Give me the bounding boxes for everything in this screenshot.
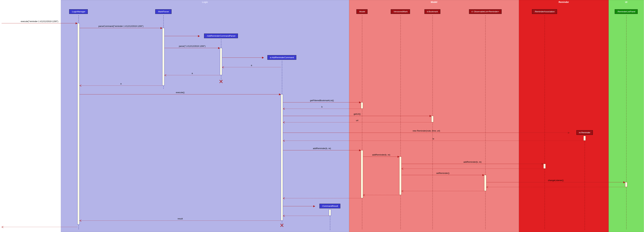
lifeline-bookmark (432, 15, 433, 229)
region-reminder-title: Reminder (519, 0, 608, 4)
lifeline-observablelist (485, 15, 486, 229)
msg-ret-a2: a (164, 75, 220, 75)
msg-execute: execute() (80, 94, 281, 95)
msg-getfiltered: getFilteredBookmarkList() (283, 102, 361, 103)
activation-markparser (162, 28, 164, 86)
msg-setreminder: setReminder() (402, 175, 484, 175)
activation-arcp (220, 48, 222, 75)
participant-observablelist: rl: ObservableList<Reminder> (469, 9, 502, 14)
region-model-title: Model (349, 0, 519, 4)
activation-logicmanager (77, 23, 80, 225)
msg-addreminder2-label: addReminder(b, re) (372, 154, 390, 156)
participant-reminderassoc: :ReminderAssociation (532, 9, 557, 14)
region-model: Model (349, 0, 519, 232)
participant-commandresult: :CommandResult (320, 204, 340, 208)
msg-getfiltered-label: getFilteredBookmarkList() (310, 99, 334, 102)
msg-ret-a1-label: a (251, 64, 252, 66)
participant-rereminder: re:Reminder (576, 130, 593, 135)
msg-addreminder1-label: addReminder(b, re) (313, 147, 331, 150)
msg-parsecommand-label: parseCommand("reminder 1 t/12/12/2019 12… (98, 25, 144, 27)
region-ui-title: UI (609, 0, 644, 4)
participant-arcp: :AddReminderCommandParser (204, 34, 238, 38)
msg-addreminder1: addReminder(b, re) (283, 150, 361, 150)
activation-reminderassoc (544, 164, 546, 169)
lifeline-rlp (626, 15, 626, 229)
msg-ret-vm (363, 195, 399, 195)
activation-rlp (625, 182, 627, 187)
msg-ret-re-label: re (432, 137, 434, 140)
participant-bookmark: b:Bookmark (424, 9, 440, 14)
msg-ret-a1: a (222, 67, 281, 67)
msg-newreminder-label: new Reminder(note, time, url) (412, 129, 440, 132)
msg-ret-url: url (283, 122, 431, 122)
msg-create-cr (283, 206, 315, 206)
participant-model: :Model (356, 9, 368, 14)
activation-model-2 (361, 150, 363, 198)
msg-create-arcp (164, 36, 200, 36)
participant-logicmanager: :LogicManager (69, 9, 88, 14)
msg-ret-a3-label: a (120, 82, 122, 85)
activation-commandresult (329, 209, 331, 216)
destroy-arcp (219, 79, 223, 84)
msg-setreminder-label: setReminder() (436, 172, 450, 174)
lifeline-rereminder (584, 136, 585, 230)
activation-arc (281, 94, 283, 221)
activation-model-1 (361, 102, 363, 109)
msg-parse: parse("1 t/12/12/2019 1200") (164, 48, 220, 48)
msg-parse-label: parse("1 t/12/12/2019 1200") (179, 45, 206, 47)
msg-changelistener: changeListener() (486, 182, 625, 182)
msg-ret-result: result (80, 221, 281, 221)
msg-ret-cl (486, 187, 625, 187)
region-logic-title: Logic (61, 0, 349, 4)
participant-rlp: :ReminderListPanel (615, 9, 638, 14)
msg-ret-b-label: b (321, 106, 322, 108)
activation-rereminder (584, 136, 586, 141)
msg-execute-label: execute() (176, 91, 184, 94)
activation-bookmark (431, 116, 434, 122)
participant-arc: a:AddReminderCommand (268, 55, 296, 60)
msg-ret-url-label: url (356, 119, 358, 121)
activation-observablelist (484, 175, 486, 191)
activation-versionedmark (399, 157, 402, 195)
destroy-arc (280, 223, 284, 227)
msg-parsecommand: parseCommand("reminder 1 t/12/12/2019 12… (80, 28, 162, 28)
msg-changelistener-label: changeListener() (548, 179, 564, 182)
region-reminder: Reminder (519, 0, 608, 232)
msg-ret-a2-label: a (192, 72, 193, 74)
msg-addreminder3-label: addReminder(b, re) (464, 161, 482, 163)
participant-markparser: :MarkParser (155, 9, 172, 14)
participant-versionedmark: :VersionedMark (391, 9, 410, 14)
msg-execute-cmd: execute("reminder 1 t/12/12/2019 1200") (2, 23, 77, 23)
msg-execute-cmd-label: execute("reminder 1 t/12/12/2019 1200") (21, 20, 58, 22)
lifeline-reminderassoc (544, 15, 545, 229)
msg-ret-result-label: result (178, 218, 183, 220)
msg-ret-sr (402, 191, 484, 191)
msg-ret-m (283, 198, 361, 198)
msg-geturl-label: getUrl() (354, 113, 360, 115)
msg-geturl: getUrl() (283, 116, 431, 116)
